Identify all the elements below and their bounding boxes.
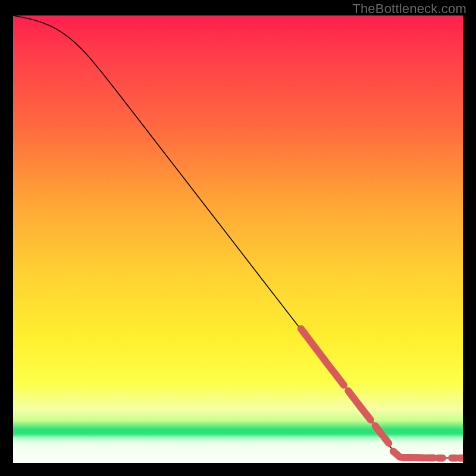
highlight-dash (359, 406, 371, 420)
highlight-dashes (301, 328, 463, 458)
watermark-text: TheBottleneck.com (352, 1, 466, 17)
bottleneck-curve (13, 15, 463, 458)
chart-overlay (13, 15, 463, 463)
highlight-dash (337, 376, 343, 385)
chart-frame: TheBottleneck.com (0, 0, 476, 476)
plot-area (13, 15, 463, 463)
highlight-dash (384, 437, 389, 443)
highlight-dash (375, 426, 382, 435)
